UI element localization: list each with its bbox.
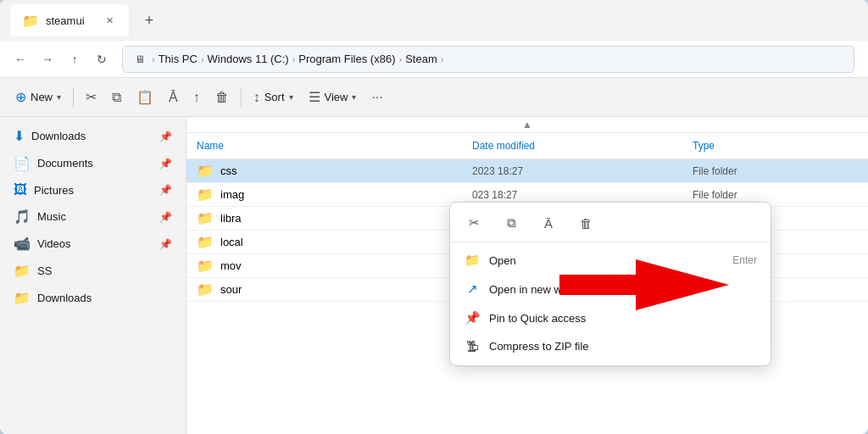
sidebar-item-downloads-2[interactable]: 📁 Downloads bbox=[3, 285, 182, 311]
file-area: ▲ Name Date modified Type 📁 css 2023 18:… bbox=[186, 117, 868, 434]
breadcrumb-windows[interactable]: Windows 11 (C:) bbox=[208, 53, 289, 65]
up-button[interactable]: ↑ bbox=[63, 47, 86, 71]
folder-icon-imag: 📁 bbox=[197, 186, 214, 203]
breadcrumb-this-pc[interactable]: This PC bbox=[159, 53, 198, 65]
sidebar-label-downloads-2: Downloads bbox=[37, 292, 92, 304]
file-name-sour: sour bbox=[220, 283, 242, 296]
more-button[interactable]: ··· bbox=[364, 86, 389, 109]
cm-pin-label: Pin to Quick access bbox=[489, 312, 757, 325]
file-name-mov: mov bbox=[220, 259, 242, 272]
sidebar-item-downloads-1[interactable]: ⬇ Downloads 📌 bbox=[3, 123, 182, 149]
file-type-imag: File folder bbox=[693, 189, 858, 201]
file-name-local: local bbox=[220, 236, 243, 248]
cm-item-open-new-window[interactable]: ↗ Open in new window bbox=[450, 275, 771, 303]
music-icon: 🎵 bbox=[14, 209, 31, 225]
sort-button[interactable]: ↕ Sort ▾ bbox=[247, 86, 300, 109]
delete-icon: 🗑 bbox=[215, 90, 229, 105]
cm-item-compress[interactable]: 🗜 Compress to ZIP file bbox=[450, 332, 771, 360]
breadcrumb-sep-2: › bbox=[201, 54, 204, 64]
back-button[interactable]: ← bbox=[8, 47, 32, 71]
col-header-name[interactable]: Name bbox=[197, 136, 472, 155]
tab-close-button[interactable]: ✕ bbox=[103, 14, 117, 28]
sidebar-label-downloads-1: Downloads bbox=[31, 130, 86, 142]
toolbar: ⊕ New ▾ ✂ ⧉ 📋 Ā ↑ 🗑 ↕ Sort ▾ ☰ bbox=[0, 78, 868, 117]
pin-icon-3: 📌 bbox=[159, 184, 172, 196]
breadcrumb-program-files[interactable]: Program Files (x86) bbox=[298, 53, 395, 65]
cm-delete-button[interactable]: 🗑 bbox=[574, 211, 598, 235]
sidebar-item-music[interactable]: 🎵 Music 📌 bbox=[3, 203, 182, 230]
paste-button[interactable]: 📋 bbox=[130, 85, 160, 109]
copy-icon: ⧉ bbox=[112, 90, 121, 105]
delete-button[interactable]: 🗑 bbox=[209, 86, 236, 109]
folder-icon-css: 📁 bbox=[197, 163, 214, 179]
cm-item-pin[interactable]: 📌 Pin to Quick access bbox=[450, 303, 771, 332]
downloads-icon-1: ⬇ bbox=[14, 128, 25, 144]
sidebar-item-ss[interactable]: 📁 SS bbox=[3, 258, 182, 284]
address-bar: ← → ↑ ↻ 🖥 › This PC › Windows 11 (C:) › … bbox=[0, 41, 868, 78]
sidebar-label-ss: SS bbox=[37, 264, 52, 277]
sidebar-label-documents: Documents bbox=[37, 157, 93, 170]
sort-label: Sort bbox=[264, 91, 285, 103]
new-icon: ⊕ bbox=[15, 89, 26, 105]
context-menu-toolbar: ✂ ⧉ Ā 🗑 bbox=[450, 208, 771, 242]
sidebar-item-documents[interactable]: 📄 Documents 📌 bbox=[3, 150, 182, 176]
sidebar-label-videos: Videos bbox=[37, 237, 71, 250]
cm-item-open[interactable]: 📁 Open Enter bbox=[450, 246, 771, 275]
sort-chevron: ▾ bbox=[289, 92, 293, 102]
cm-open-new-icon: ↗ bbox=[464, 281, 481, 297]
folder-icon-mov: 📁 bbox=[197, 258, 214, 274]
view-chevron: ▾ bbox=[352, 92, 356, 102]
new-tab-icon: + bbox=[145, 12, 154, 30]
context-menu: ✂ ⧉ Ā 🗑 📁 Open Enter ↗ Open in new windo… bbox=[449, 202, 771, 366]
file-list-header: Name Date modified Type bbox=[186, 133, 868, 159]
folder-icon-libra: 📁 bbox=[197, 210, 214, 226]
cm-open-label: Open bbox=[489, 254, 724, 267]
refresh-button[interactable]: ↻ bbox=[90, 47, 114, 71]
copy-button[interactable]: ⧉ bbox=[105, 86, 128, 109]
rename-button[interactable]: Ā bbox=[162, 86, 185, 109]
breadcrumb: 🖥 › This PC › Windows 11 (C:) › Program … bbox=[122, 46, 854, 73]
cm-open-new-label: Open in new window bbox=[489, 283, 757, 296]
forward-button[interactable]: → bbox=[36, 47, 59, 71]
paste-icon: 📋 bbox=[136, 89, 153, 105]
new-tab-button[interactable]: + bbox=[136, 7, 163, 34]
folder-icon-local: 📁 bbox=[197, 234, 214, 250]
collapse-arrow-icon: ▲ bbox=[522, 119, 532, 131]
ss-folder-icon: 📁 bbox=[14, 263, 31, 279]
file-explorer-window: 📁 steamui ✕ + ← → ↑ ↻ 🖥 › This PC › Wind… bbox=[0, 0, 868, 434]
active-tab[interactable]: 📁 steamui ✕ bbox=[10, 4, 129, 36]
new-chevron: ▾ bbox=[57, 92, 61, 102]
pin-icon-1: 📌 bbox=[159, 131, 172, 142]
cm-cut-button[interactable]: ✂ bbox=[462, 211, 486, 235]
col-header-type[interactable]: Type bbox=[693, 136, 858, 155]
breadcrumb-sep-4: › bbox=[398, 54, 402, 64]
breadcrumb-sep-5: › bbox=[441, 54, 444, 64]
pictures-icon: 🖼 bbox=[14, 182, 27, 198]
breadcrumb-steam[interactable]: Steam bbox=[405, 53, 437, 65]
collapse-button[interactable]: ▲ bbox=[186, 117, 868, 133]
view-button[interactable]: ☰ View ▾ bbox=[302, 85, 364, 109]
file-name-css: css bbox=[220, 164, 237, 177]
cm-open-icon: 📁 bbox=[464, 253, 481, 268]
sidebar-item-pictures[interactable]: 🖼 Pictures 📌 bbox=[3, 177, 182, 203]
sort-icon: ↕ bbox=[253, 90, 260, 105]
share-icon: ↑ bbox=[193, 90, 200, 105]
documents-icon: 📄 bbox=[14, 155, 31, 171]
more-icon: ··· bbox=[371, 90, 382, 105]
cut-button[interactable]: ✂ bbox=[79, 85, 103, 109]
computer-icon: 🖥 bbox=[131, 51, 148, 68]
file-type-css: File folder bbox=[693, 165, 858, 177]
col-header-date[interactable]: Date modified bbox=[472, 136, 693, 155]
sidebar-item-videos[interactable]: 📹 Videos 📌 bbox=[3, 231, 182, 257]
new-button[interactable]: ⊕ New ▾ bbox=[8, 85, 68, 109]
cm-open-shortcut: Enter bbox=[732, 254, 757, 266]
folder-icon-sour: 📁 bbox=[197, 281, 214, 298]
file-row-css[interactable]: 📁 css 2023 18:27 File folder bbox=[186, 159, 868, 183]
file-name-imag: imag bbox=[220, 188, 244, 201]
downloads-folder-icon: 📁 bbox=[14, 290, 31, 306]
share-button[interactable]: ↑ bbox=[186, 86, 207, 109]
cm-copy-button[interactable]: ⧉ bbox=[499, 211, 523, 235]
cm-rename-button[interactable]: Ā bbox=[537, 211, 560, 235]
videos-icon: 📹 bbox=[14, 236, 31, 252]
rename-icon: Ā bbox=[169, 90, 178, 105]
